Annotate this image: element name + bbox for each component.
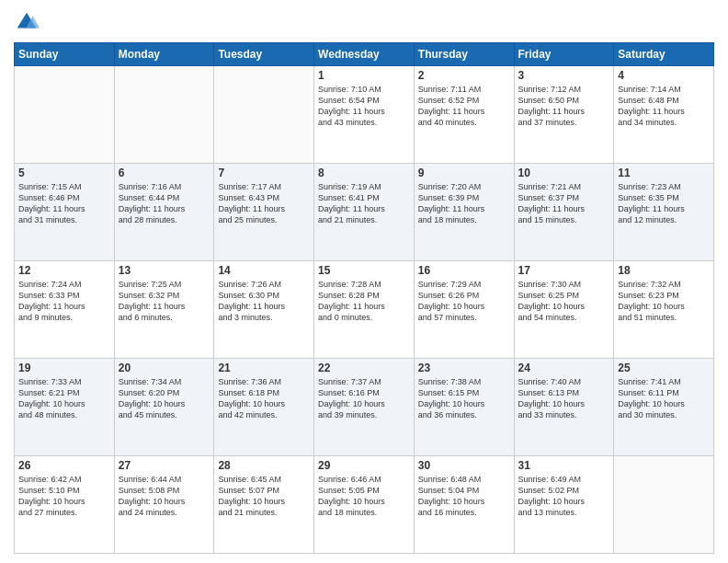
calendar-cell: 17Sunrise: 7:30 AM Sunset: 6:25 PM Dayli… (514, 261, 614, 359)
weekday-header-row: SundayMondayTuesdayWednesdayThursdayFrid… (15, 43, 714, 66)
calendar-cell: 25Sunrise: 7:41 AM Sunset: 6:11 PM Dayli… (614, 359, 714, 456)
cell-info: Sunrise: 7:38 AM Sunset: 6:15 PM Dayligh… (418, 376, 510, 421)
day-number: 1 (318, 69, 410, 82)
week-row-3: 19Sunrise: 7:33 AM Sunset: 6:21 PM Dayli… (15, 359, 714, 456)
day-number: 26 (18, 459, 110, 472)
calendar-cell: 20Sunrise: 7:34 AM Sunset: 6:20 PM Dayli… (114, 359, 214, 456)
cell-info: Sunrise: 7:21 AM Sunset: 6:37 PM Dayligh… (518, 181, 610, 226)
calendar-cell (15, 66, 115, 164)
weekday-header-wednesday: Wednesday (314, 43, 415, 66)
day-number: 15 (318, 264, 410, 277)
cell-info: Sunrise: 7:16 AM Sunset: 6:44 PM Dayligh… (119, 181, 210, 226)
day-number: 28 (218, 459, 310, 472)
calendar-cell: 24Sunrise: 7:40 AM Sunset: 6:13 PM Dayli… (514, 359, 614, 456)
weekday-header-tuesday: Tuesday (214, 43, 314, 66)
calendar-cell: 5Sunrise: 7:15 AM Sunset: 6:46 PM Daylig… (15, 164, 115, 261)
cell-info: Sunrise: 7:10 AM Sunset: 6:54 PM Dayligh… (318, 84, 410, 129)
day-number: 13 (119, 264, 210, 277)
cell-info: Sunrise: 7:15 AM Sunset: 6:46 PM Dayligh… (18, 181, 110, 226)
cell-info: Sunrise: 7:17 AM Sunset: 6:43 PM Dayligh… (218, 181, 310, 226)
cell-info: Sunrise: 7:37 AM Sunset: 6:16 PM Dayligh… (318, 376, 410, 421)
day-number: 25 (618, 362, 710, 374)
calendar-cell: 31Sunrise: 6:49 AM Sunset: 5:02 PM Dayli… (514, 456, 614, 554)
day-number: 5 (18, 167, 110, 179)
calendar-cell: 27Sunrise: 6:44 AM Sunset: 5:08 PM Dayli… (114, 456, 214, 554)
cell-info: Sunrise: 7:11 AM Sunset: 6:52 PM Dayligh… (418, 84, 510, 129)
day-number: 31 (518, 459, 610, 472)
cell-info: Sunrise: 6:46 AM Sunset: 5:05 PM Dayligh… (318, 474, 410, 519)
day-number: 16 (418, 264, 510, 277)
calendar-cell: 30Sunrise: 6:48 AM Sunset: 5:04 PM Dayli… (414, 456, 514, 554)
cell-info: Sunrise: 6:44 AM Sunset: 5:08 PM Dayligh… (119, 474, 210, 519)
day-number: 17 (518, 264, 610, 277)
calendar-cell: 9Sunrise: 7:20 AM Sunset: 6:39 PM Daylig… (414, 164, 514, 261)
day-number: 20 (119, 362, 210, 374)
calendar-cell: 26Sunrise: 6:42 AM Sunset: 5:10 PM Dayli… (15, 456, 115, 554)
weekday-header-sunday: Sunday (15, 43, 115, 66)
calendar-cell: 15Sunrise: 7:28 AM Sunset: 6:28 PM Dayli… (314, 261, 415, 359)
day-number: 24 (518, 362, 610, 374)
day-number: 9 (418, 167, 510, 179)
week-row-2: 12Sunrise: 7:24 AM Sunset: 6:33 PM Dayli… (15, 261, 714, 359)
day-number: 7 (218, 167, 310, 179)
cell-info: Sunrise: 7:34 AM Sunset: 6:20 PM Dayligh… (119, 376, 210, 421)
calendar-cell: 28Sunrise: 6:45 AM Sunset: 5:07 PM Dayli… (214, 456, 314, 554)
calendar-cell: 4Sunrise: 7:14 AM Sunset: 6:48 PM Daylig… (614, 66, 714, 164)
calendar-cell: 6Sunrise: 7:16 AM Sunset: 6:44 PM Daylig… (114, 164, 214, 261)
header (14, 9, 714, 35)
day-number: 19 (18, 362, 110, 374)
day-number: 3 (518, 69, 610, 82)
calendar-cell: 10Sunrise: 7:21 AM Sunset: 6:37 PM Dayli… (514, 164, 614, 261)
cell-info: Sunrise: 7:20 AM Sunset: 6:39 PM Dayligh… (418, 181, 510, 226)
day-number: 12 (18, 264, 110, 277)
weekday-header-thursday: Thursday (414, 43, 514, 66)
cell-info: Sunrise: 7:36 AM Sunset: 6:18 PM Dayligh… (218, 376, 310, 421)
cell-info: Sunrise: 7:40 AM Sunset: 6:13 PM Dayligh… (518, 376, 610, 421)
week-row-4: 26Sunrise: 6:42 AM Sunset: 5:10 PM Dayli… (15, 456, 714, 554)
day-number: 11 (618, 167, 710, 179)
cell-info: Sunrise: 6:48 AM Sunset: 5:04 PM Dayligh… (418, 474, 510, 519)
calendar-table: SundayMondayTuesdayWednesdayThursdayFrid… (14, 42, 714, 554)
logo-icon (14, 9, 40, 35)
page: SundayMondayTuesdayWednesdayThursdayFrid… (0, 0, 728, 563)
day-number: 8 (318, 167, 410, 179)
day-number: 6 (119, 167, 210, 179)
calendar-cell: 11Sunrise: 7:23 AM Sunset: 6:35 PM Dayli… (614, 164, 714, 261)
calendar-cell: 14Sunrise: 7:26 AM Sunset: 6:30 PM Dayli… (214, 261, 314, 359)
cell-info: Sunrise: 7:26 AM Sunset: 6:30 PM Dayligh… (218, 279, 310, 324)
cell-info: Sunrise: 7:12 AM Sunset: 6:50 PM Dayligh… (518, 84, 610, 129)
day-number: 21 (218, 362, 310, 374)
cell-info: Sunrise: 7:14 AM Sunset: 6:48 PM Dayligh… (618, 84, 710, 129)
day-number: 2 (418, 69, 510, 82)
calendar-cell: 16Sunrise: 7:29 AM Sunset: 6:26 PM Dayli… (414, 261, 514, 359)
calendar-cell (114, 66, 214, 164)
calendar-cell (214, 66, 314, 164)
cell-info: Sunrise: 7:33 AM Sunset: 6:21 PM Dayligh… (18, 376, 110, 421)
calendar-cell: 23Sunrise: 7:38 AM Sunset: 6:15 PM Dayli… (414, 359, 514, 456)
cell-info: Sunrise: 6:45 AM Sunset: 5:07 PM Dayligh… (218, 474, 310, 519)
weekday-header-monday: Monday (114, 43, 214, 66)
cell-info: Sunrise: 7:41 AM Sunset: 6:11 PM Dayligh… (618, 376, 710, 421)
logo (14, 9, 43, 35)
calendar-cell: 29Sunrise: 6:46 AM Sunset: 5:05 PM Dayli… (314, 456, 415, 554)
calendar-cell: 21Sunrise: 7:36 AM Sunset: 6:18 PM Dayli… (214, 359, 314, 456)
cell-info: Sunrise: 7:25 AM Sunset: 6:32 PM Dayligh… (119, 279, 210, 324)
week-row-1: 5Sunrise: 7:15 AM Sunset: 6:46 PM Daylig… (15, 164, 714, 261)
day-number: 18 (618, 264, 710, 277)
day-number: 30 (418, 459, 510, 472)
day-number: 10 (518, 167, 610, 179)
day-number: 4 (618, 69, 710, 82)
cell-info: Sunrise: 7:30 AM Sunset: 6:25 PM Dayligh… (518, 279, 610, 324)
calendar-cell: 3Sunrise: 7:12 AM Sunset: 6:50 PM Daylig… (514, 66, 614, 164)
calendar-cell: 22Sunrise: 7:37 AM Sunset: 6:16 PM Dayli… (314, 359, 415, 456)
calendar-cell: 2Sunrise: 7:11 AM Sunset: 6:52 PM Daylig… (414, 66, 514, 164)
cell-info: Sunrise: 7:32 AM Sunset: 6:23 PM Dayligh… (618, 279, 710, 324)
cell-info: Sunrise: 6:49 AM Sunset: 5:02 PM Dayligh… (518, 474, 610, 519)
week-row-0: 1Sunrise: 7:10 AM Sunset: 6:54 PM Daylig… (15, 66, 714, 164)
day-number: 14 (218, 264, 310, 277)
day-number: 22 (318, 362, 410, 374)
calendar-cell: 12Sunrise: 7:24 AM Sunset: 6:33 PM Dayli… (15, 261, 115, 359)
cell-info: Sunrise: 7:23 AM Sunset: 6:35 PM Dayligh… (618, 181, 710, 226)
calendar-cell (614, 456, 714, 554)
calendar-cell: 19Sunrise: 7:33 AM Sunset: 6:21 PM Dayli… (15, 359, 115, 456)
